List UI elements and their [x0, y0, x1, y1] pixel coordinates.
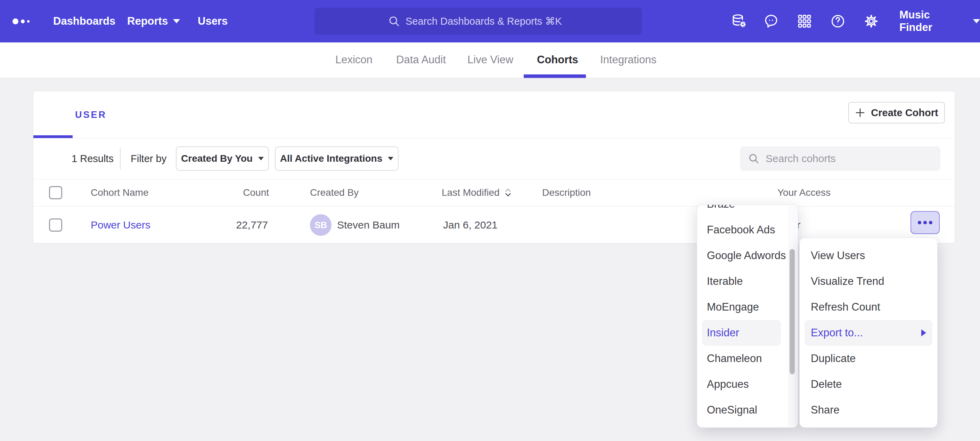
tab-lexicon[interactable]: Lexicon — [336, 42, 372, 77]
column-header-your-access[interactable]: Your Access — [777, 179, 830, 206]
chevron-down-icon — [973, 19, 980, 23]
menu-item-insider[interactable]: Insider — [702, 320, 781, 346]
row-actions-button[interactable] — [910, 211, 940, 234]
project-name-label: Music Finder — [899, 9, 966, 34]
created-by-filter-dropdown[interactable]: Created By You — [176, 146, 269, 171]
global-search-input[interactable] — [406, 16, 569, 27]
menu-item-onesignal[interactable]: OneSignal — [697, 397, 798, 423]
tab-data-audit[interactable]: Data Audit — [396, 42, 446, 77]
section-tabs-bar: Lexicon Data Audit Live View Cohorts Int… — [0, 42, 980, 78]
integrations-filter-dropdown[interactable]: All Active Integrations — [275, 146, 399, 171]
chevron-down-icon — [258, 157, 264, 160]
cohort-search-bar[interactable] — [740, 146, 940, 171]
tab-label: Data Audit — [396, 54, 446, 66]
avatar: SB — [310, 214, 331, 236]
nav-users-label: Users — [198, 15, 228, 27]
menu-item-visualize-trend[interactable]: Visualize Trend — [800, 268, 937, 294]
nav-item-users[interactable]: Users — [198, 0, 228, 42]
last-modified-cell: Jan 6, 2021 — [443, 206, 498, 244]
tab-label: Lexicon — [336, 54, 372, 66]
scrollbar-thumb[interactable] — [789, 249, 795, 374]
results-count: 1 Results — [72, 138, 114, 179]
cohort-search-input[interactable] — [765, 153, 918, 165]
user-tab-label: USER — [75, 110, 107, 120]
menu-item-google-adwords[interactable]: Google Adwords — [697, 243, 798, 268]
help-icon[interactable] — [830, 13, 846, 29]
project-switcher[interactable]: Music Finder — [899, 0, 980, 42]
cohort-count-cell: 22,777 — [179, 206, 268, 244]
row-checkbox[interactable] — [49, 219, 62, 232]
menu-item-iterable[interactable]: Iterable — [697, 268, 798, 294]
tab-cohorts[interactable]: Cohorts — [537, 42, 578, 77]
filter-by-label: Filter by — [130, 138, 167, 179]
submenu-arrow-icon — [921, 329, 926, 336]
tab-integrations[interactable]: Integrations — [600, 42, 657, 77]
tab-label: Cohorts — [537, 54, 578, 66]
nav-dashboards-label: Dashboards — [53, 15, 115, 27]
created-by-cell: Steven Baum — [337, 206, 399, 244]
sort-icon — [504, 188, 512, 198]
integrations-filter-label: All Active Integrations — [280, 153, 383, 164]
create-cohort-label: Create Cohort — [871, 107, 938, 118]
menu-item-duplicate[interactable]: Duplicate — [800, 346, 937, 371]
column-header-cohort-name[interactable]: Cohort Name — [91, 179, 149, 206]
user-tab-underline — [33, 135, 73, 138]
menu-item-chameleon[interactable]: Chameleon — [697, 346, 798, 371]
apps-grid-icon[interactable] — [797, 13, 813, 29]
menu-item-view-users[interactable]: View Users — [800, 243, 937, 268]
tab-label: Integrations — [600, 54, 657, 66]
chevron-down-icon — [173, 19, 180, 23]
column-header-created-by[interactable]: Created By — [310, 179, 359, 206]
more-options-icon — [929, 221, 932, 224]
mixpanel-logo[interactable] — [13, 0, 30, 42]
menu-item-refresh-count[interactable]: Refresh Count — [800, 294, 937, 320]
global-search-bar[interactable] — [315, 8, 642, 35]
menu-item-share[interactable]: Share — [800, 397, 937, 423]
column-header-last-modified[interactable]: Last Modified — [442, 179, 512, 206]
active-tab-underline — [524, 74, 586, 78]
more-options-icon — [923, 221, 927, 224]
feedback-icon[interactable] — [763, 13, 779, 29]
cohort-name-link[interactable]: Power Users — [91, 206, 151, 244]
divider — [120, 148, 121, 169]
data-management-icon[interactable] — [731, 13, 747, 29]
create-cohort-button[interactable]: Create Cohort — [848, 102, 945, 123]
plus-icon — [855, 107, 865, 118]
menu-item-appcues[interactable]: Appcues — [697, 371, 798, 397]
search-icon — [748, 152, 760, 165]
search-icon — [388, 14, 401, 28]
cohorts-panel: USER Create Cohort 1 Results Filter by C… — [33, 91, 955, 243]
tab-user-cohorts[interactable]: USER — [75, 91, 107, 138]
cohort-actions-menu: View Users Visualize Trend Refresh Count… — [799, 238, 938, 428]
column-header-description[interactable]: Description — [542, 179, 591, 206]
nav-item-reports[interactable]: Reports — [127, 0, 180, 42]
settings-icon[interactable] — [863, 13, 879, 29]
nav-reports-label: Reports — [127, 15, 168, 27]
more-options-icon — [918, 221, 921, 224]
menu-item-moengage[interactable]: MoEngage — [697, 294, 798, 320]
menu-item-export-to[interactable]: Export to... — [805, 320, 932, 346]
menu-item-facebook-ads[interactable]: Facebook Ads — [697, 217, 798, 243]
tab-label: Live View — [468, 54, 513, 66]
column-header-count[interactable]: Count — [179, 179, 269, 206]
select-all-checkbox[interactable] — [49, 186, 62, 199]
export-destinations-menu: Braze Facebook Ads Google Adwords Iterab… — [697, 205, 798, 428]
chevron-down-icon — [388, 157, 393, 160]
nav-item-dashboards[interactable]: Dashboards — [53, 0, 115, 42]
menu-item-braze[interactable]: Braze — [697, 205, 798, 217]
menu-item-delete[interactable]: Delete — [800, 371, 937, 397]
top-nav-bar: Dashboards Reports Users — [0, 0, 980, 42]
tab-live-view[interactable]: Live View — [468, 42, 513, 77]
created-by-filter-label: Created By You — [181, 153, 253, 164]
